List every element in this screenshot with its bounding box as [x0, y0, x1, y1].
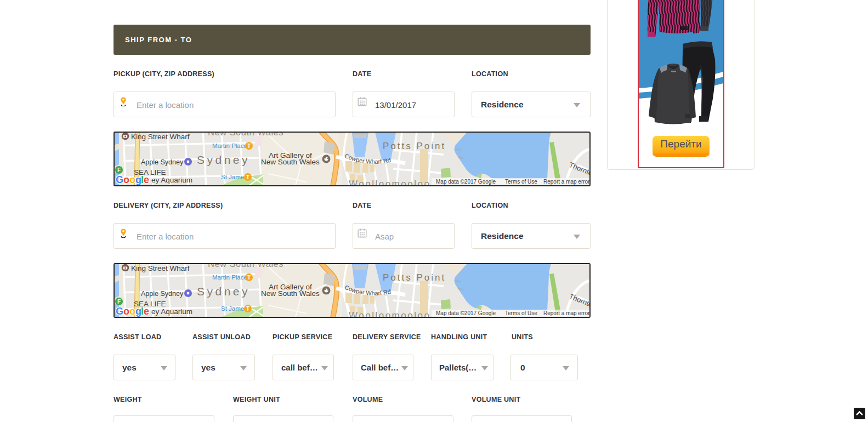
svg-text:King Street Wharf: King Street Wharf: [131, 133, 190, 141]
svg-text:Woolloomooloo: Woolloomooloo: [349, 179, 430, 185]
svg-text:New South Wales: New South Wales: [208, 133, 283, 137]
svg-text:ey Aquarium: ey Aquarium: [151, 176, 192, 184]
svg-text:F: F: [117, 167, 121, 173]
svg-text:T: T: [247, 143, 251, 149]
svg-text:Terms of Use: Terms of Use: [505, 179, 537, 185]
svg-text:o: o: [123, 174, 129, 185]
svg-text:Report a map error: Report a map error: [543, 179, 589, 185]
svg-text:G: G: [116, 174, 123, 185]
svg-text:New South Wales: New South Wales: [261, 158, 320, 166]
svg-text:o: o: [129, 174, 135, 185]
svg-text:e: e: [144, 174, 149, 185]
svg-text:T: T: [246, 174, 249, 180]
svg-text:Martin Place: Martin Place: [212, 142, 247, 149]
svg-text:St James: St James: [221, 174, 247, 180]
svg-text:Apple Sydney: Apple Sydney: [141, 158, 184, 166]
svg-text:Map data ©2017 Google: Map data ©2017 Google: [436, 179, 496, 185]
svg-text:Sydney: Sydney: [197, 153, 250, 166]
svg-text:Potts Point: Potts Point: [383, 141, 446, 151]
